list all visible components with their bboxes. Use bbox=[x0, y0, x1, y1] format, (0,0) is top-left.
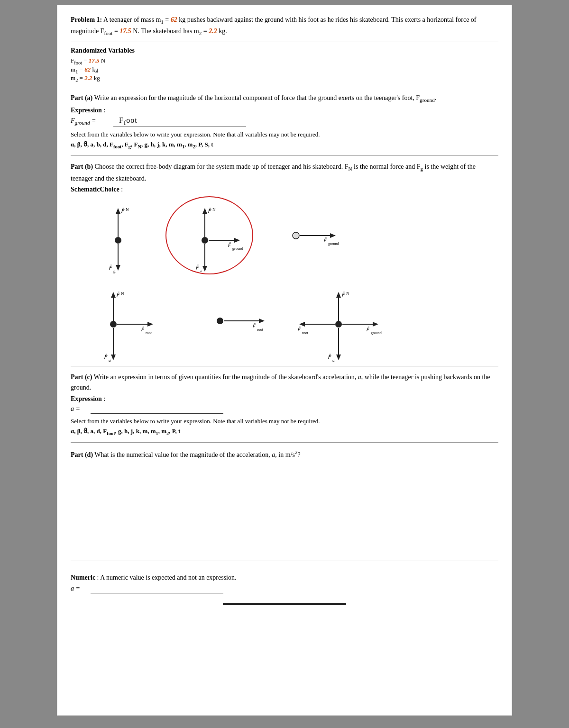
work-area bbox=[71, 462, 498, 557]
svg-text:F̄: F̄ bbox=[121, 208, 125, 214]
var-list: Ffoot = 17.5 N m1 = 62 kg m2 = 2.2 kg bbox=[71, 57, 498, 83]
svg-text:N: N bbox=[121, 291, 124, 296]
schematic-row-2: F̄ N F̄ g F̄ root F̄ roo bbox=[80, 279, 498, 362]
expression-label-c: Expression : bbox=[71, 395, 498, 403]
diagram-2-svg: F̄ N F̄ g F̄ ground bbox=[172, 199, 248, 272]
expression-row-c: a = bbox=[71, 405, 498, 414]
fground-label: Fground = bbox=[71, 117, 113, 126]
select-vars-c: Select from the variables below to write… bbox=[71, 417, 498, 437]
diagram-5-svg: F̄ root bbox=[192, 290, 279, 352]
svg-text:F̄: F̄ bbox=[228, 242, 231, 248]
problem-title: Problem 1: bbox=[71, 16, 102, 23]
divider-2 bbox=[71, 87, 498, 87]
svg-marker-47 bbox=[336, 292, 341, 298]
schematic-choice-label: SchematicChoice : bbox=[71, 186, 498, 193]
part-b-header: Part (b) Choose the correct free-body di… bbox=[71, 162, 498, 184]
var-m2: m2 = 2.2 kg bbox=[71, 74, 498, 83]
svg-text:g: g bbox=[113, 269, 116, 273]
fground-answer: Ffoot bbox=[117, 116, 139, 124]
part-c-header: Part (c) Write an expression in terms of… bbox=[71, 372, 498, 393]
diagram-5[interactable]: F̄ root bbox=[192, 290, 279, 352]
svg-text:F̄: F̄ bbox=[104, 354, 108, 360]
svg-marker-15 bbox=[202, 266, 207, 272]
numeric-section: Numeric : A numeric value is expected an… bbox=[71, 569, 498, 593]
svg-text:F̄: F̄ bbox=[341, 291, 345, 298]
problem-statement: Problem 1: A teenager of mass m1 = 62 kg… bbox=[71, 15, 498, 37]
numeric-answer-input[interactable] bbox=[91, 584, 223, 593]
svg-text:N: N bbox=[346, 291, 349, 296]
diagram-3[interactable]: F̄ ground bbox=[263, 207, 350, 264]
svg-marker-29 bbox=[111, 292, 116, 298]
var-m1: m1 = 62 kg bbox=[71, 66, 498, 74]
svg-text:F̄: F̄ bbox=[366, 327, 369, 332]
svg-marker-37 bbox=[147, 322, 153, 327]
expression-label-a: Expression : bbox=[71, 107, 498, 114]
svg-marker-33 bbox=[111, 355, 116, 360]
select-vars-a: Select from the variables below to write… bbox=[71, 130, 498, 151]
problem-desc: A teenager of mass m1 = 62 kg pushes bac… bbox=[71, 16, 477, 35]
divider-4 bbox=[71, 366, 498, 366]
svg-text:ground: ground bbox=[328, 242, 339, 246]
var-ffoot: Ffoot = 17.5 N bbox=[71, 57, 498, 65]
svg-text:ground: ground bbox=[371, 331, 382, 335]
svg-text:F̄: F̄ bbox=[195, 264, 199, 271]
svg-text:F̄: F̄ bbox=[116, 291, 120, 298]
randomized-vars-title: Randomized Variables bbox=[71, 47, 498, 55]
svg-marker-51 bbox=[336, 355, 341, 360]
diagram-4[interactable]: F̄ N F̄ g F̄ root bbox=[80, 279, 168, 362]
page: Problem 1: A teenager of mass m1 = 62 kg… bbox=[57, 5, 512, 716]
svg-text:root: root bbox=[302, 331, 309, 335]
a-label: a = bbox=[71, 405, 91, 413]
divider-6 bbox=[71, 561, 498, 561]
svg-marker-2 bbox=[116, 208, 120, 214]
svg-text:root: root bbox=[257, 328, 264, 332]
svg-point-40 bbox=[217, 318, 223, 324]
svg-marker-19 bbox=[234, 238, 240, 243]
svg-text:F̄: F̄ bbox=[141, 327, 144, 332]
svg-text:g: g bbox=[200, 269, 202, 272]
diagram-3-svg: F̄ ground bbox=[263, 207, 350, 264]
part-a-header: Part (a) Write an expression for the mag… bbox=[71, 93, 498, 105]
svg-marker-59 bbox=[373, 322, 378, 327]
diagram-6-svg: F̄ N F̄ g F̄ root F̄ ground bbox=[289, 279, 388, 362]
bottom-bar bbox=[223, 603, 346, 605]
svg-text:g: g bbox=[332, 358, 335, 362]
svg-marker-6 bbox=[116, 265, 120, 271]
svg-text:ground: ground bbox=[232, 246, 243, 251]
svg-text:F̄: F̄ bbox=[109, 264, 112, 271]
svg-text:F̄: F̄ bbox=[208, 208, 211, 214]
diagram-1-svg: F̄ N F̄ g bbox=[80, 198, 156, 273]
schematic-row-1: F̄ N F̄ g F̄ N F̄ bbox=[80, 196, 498, 274]
divider-1 bbox=[71, 42, 498, 42]
svg-text:F̄: F̄ bbox=[328, 354, 331, 360]
divider-5 bbox=[71, 442, 498, 443]
svg-text:F̄: F̄ bbox=[297, 327, 301, 332]
numeric-a-label: a = bbox=[71, 585, 91, 592]
svg-text:N: N bbox=[212, 207, 216, 212]
svg-marker-55 bbox=[299, 322, 305, 327]
part-d-header: Part (d) What is the numerical value for… bbox=[71, 448, 498, 460]
diagram-4-svg: F̄ N F̄ g F̄ root bbox=[80, 279, 168, 362]
svg-marker-11 bbox=[202, 208, 207, 214]
expression-row-a: Fground = Ffoot bbox=[71, 116, 498, 127]
svg-text:root: root bbox=[146, 331, 152, 335]
svg-marker-24 bbox=[330, 233, 336, 238]
diagram-1[interactable]: F̄ N F̄ g bbox=[80, 198, 156, 273]
svg-text:F̄: F̄ bbox=[252, 323, 256, 329]
svg-text:N: N bbox=[126, 207, 129, 212]
svg-marker-42 bbox=[259, 318, 265, 323]
diagram-2-selected[interactable]: F̄ N F̄ g F̄ ground bbox=[165, 196, 253, 274]
numeric-label: Numeric : A numeric value is expected an… bbox=[71, 574, 498, 582]
acceleration-expression-input[interactable] bbox=[91, 405, 223, 414]
diagram-6[interactable]: F̄ N F̄ g F̄ root F̄ ground bbox=[289, 279, 388, 362]
svg-point-22 bbox=[293, 232, 299, 239]
svg-text:F̄: F̄ bbox=[323, 237, 327, 243]
numeric-expression-row: a = bbox=[71, 584, 498, 593]
svg-text:g: g bbox=[109, 358, 111, 362]
divider-3 bbox=[71, 155, 498, 156]
